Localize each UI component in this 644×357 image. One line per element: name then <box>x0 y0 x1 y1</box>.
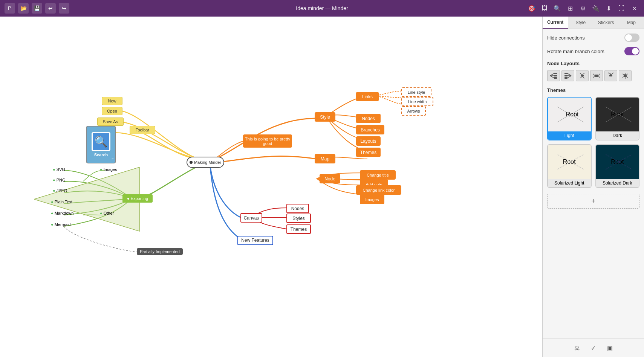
save-as-node[interactable]: Save As <box>97 117 124 126</box>
branches-node[interactable]: Branches <box>356 125 384 134</box>
svg-rect-12 <box>564 77 568 79</box>
layout-icon-button[interactable]: ▣ <box>603 342 617 354</box>
svg-line-1 <box>550 73 554 76</box>
root-node[interactable]: Making Minder <box>187 157 224 168</box>
theme-solarized-light[interactable]: Root Solarized Light <box>547 144 592 188</box>
arrows-node[interactable]: Arrows <box>401 106 426 116</box>
svg-line-26 <box>611 73 613 75</box>
svg-line-20 <box>593 76 595 78</box>
markdown-node[interactable]: ●Markdown <box>51 211 73 215</box>
line-width-node[interactable]: Line width <box>401 97 433 106</box>
layout-icon-1[interactable] <box>561 70 574 81</box>
svg-line-46 <box>606 154 619 162</box>
search-panel-node[interactable]: 🔍 Search ≡ <box>86 126 116 163</box>
svg-line-22 <box>598 76 600 78</box>
svg-line-24 <box>608 73 611 75</box>
canvas-styles-node[interactable]: Styles <box>286 214 311 223</box>
png-node[interactable]: ●PNG <box>53 178 66 182</box>
tab-current[interactable]: Current <box>543 17 568 29</box>
svg-line-41 <box>619 114 632 122</box>
add-theme-button[interactable]: + <box>547 194 639 209</box>
canvas-themes-node[interactable]: Themes <box>286 224 311 234</box>
svg-line-9 <box>568 76 571 78</box>
line-style-node[interactable]: Line style <box>401 87 431 97</box>
theme-solarized-dark[interactable]: Root Solarized Dark <box>595 144 640 188</box>
svg-line-32 <box>623 76 624 78</box>
main-layout: Making Minder New Open Save As Toolbar 🔍… <box>0 17 644 357</box>
change-title-node[interactable]: Change title <box>360 170 396 180</box>
hide-connections-toggle[interactable] <box>624 34 639 42</box>
theme-dark-label: Dark <box>596 131 639 140</box>
canvas-nodes-node[interactable]: Nodes <box>286 204 309 213</box>
zoom-icon-button[interactable]: 🔍 <box>552 3 563 14</box>
change-link-color-visible-node[interactable]: Change link color <box>356 185 401 195</box>
tab-style[interactable]: Style <box>568 17 593 29</box>
images-node[interactable]: ●Images <box>100 167 117 172</box>
layout-icon-3[interactable] <box>590 70 603 81</box>
tab-stickers[interactable]: Stickers <box>594 17 619 29</box>
exporting-node[interactable]: ● Exporting <box>122 194 153 203</box>
rotate-branch-label: Rotate main branch colors <box>547 49 604 54</box>
panel-bottom: ⚖ ✓ ▣ <box>543 339 644 357</box>
themes-node[interactable]: Themes <box>356 148 381 157</box>
nodes-node[interactable]: Nodes <box>356 114 381 123</box>
theme-light[interactable]: Root Light <box>547 97 592 140</box>
map-node[interactable]: Map <box>315 154 335 163</box>
new-features-wrapper: New Features ⋯ <box>237 236 246 244</box>
svg-line-43 <box>557 162 571 169</box>
new-file-button[interactable]: 🗋 <box>5 3 15 14</box>
fullscreen-icon-button[interactable]: ⛶ <box>616 3 627 14</box>
new-node[interactable]: New <box>102 97 122 105</box>
svg-line-40 <box>619 107 632 114</box>
layout-icon-0[interactable] <box>547 70 560 81</box>
mermaid-node[interactable]: ●Mermaid <box>51 222 70 227</box>
style-node[interactable]: Style <box>315 112 335 122</box>
layout-icon-5[interactable] <box>619 70 632 81</box>
theme-dark[interactable]: Root Dark <box>595 97 640 140</box>
partially-implemented-label: Partially Implemented <box>137 248 183 255</box>
save-file-button[interactable]: 💾 <box>32 3 42 14</box>
undo-button[interactable]: ↩ <box>45 3 56 14</box>
themes-grid: Root Light <box>547 97 639 188</box>
image-icon-button[interactable]: 🖼 <box>539 3 550 14</box>
svg-node[interactable]: ●SVG <box>53 167 65 172</box>
canvas-node[interactable]: Canvas <box>240 213 262 223</box>
redo-button[interactable]: ↪ <box>59 3 69 14</box>
toolbar-node[interactable]: Toolbar <box>130 126 155 134</box>
svg-line-7 <box>568 73 571 76</box>
svg-line-48 <box>619 154 632 162</box>
plugin-icon-button[interactable]: 🔌 <box>590 3 601 14</box>
pretty-good-node[interactable]: This is going to be pretty good <box>243 134 292 148</box>
rotate-branch-toggle[interactable] <box>624 47 639 55</box>
theme-solarized-light-label: Solarized Light <box>548 179 591 187</box>
download-icon-button[interactable]: ⬇ <box>603 3 614 14</box>
grid-icon-button[interactable]: ⊞ <box>565 3 575 14</box>
titlebar-right: 🎯 🖼 🔍 ⊞ ⚙ 🔌 ⬇ ⛶ ✕ <box>526 3 639 14</box>
theme-solarized-dark-label: Solarized Dark <box>596 179 639 187</box>
app-title: Idea.minder — Minder <box>296 5 348 11</box>
hide-connections-label: Hide connections <box>547 35 585 41</box>
open-file-button[interactable]: 📂 <box>18 3 29 14</box>
target-icon-button[interactable]: 🎯 <box>526 3 537 14</box>
balance-icon-button[interactable]: ⚖ <box>570 342 584 354</box>
settings-icon-button[interactable]: ⚙ <box>578 3 588 14</box>
jpeg-node[interactable]: ●JPEG <box>53 188 67 193</box>
links-node[interactable]: Links <box>356 92 379 101</box>
node-images-visible-node[interactable]: Images <box>360 195 384 204</box>
svg-rect-5 <box>554 75 557 76</box>
plain-text-node[interactable]: ●Plain Text <box>51 200 72 204</box>
tab-map[interactable]: Map <box>619 17 644 29</box>
other-node[interactable]: ●Other <box>100 211 114 215</box>
node-with-heart[interactable]: ♥ Node <box>320 175 324 183</box>
close-icon-button[interactable]: ✕ <box>629 3 639 14</box>
new-features-node[interactable]: New Features <box>237 236 273 245</box>
check-icon-button[interactable]: ✓ <box>587 342 600 354</box>
layouts-node[interactable]: Layouts <box>356 136 381 146</box>
layout-icon-2[interactable] <box>576 70 589 81</box>
mindmap-canvas[interactable]: Making Minder New Open Save As Toolbar 🔍… <box>0 17 542 357</box>
theme-light-preview: Root <box>548 98 591 131</box>
svg-point-27 <box>624 74 627 77</box>
layout-icon-4[interactable] <box>604 70 617 81</box>
svg-line-47 <box>606 162 619 169</box>
open-node[interactable]: Open <box>102 107 122 115</box>
